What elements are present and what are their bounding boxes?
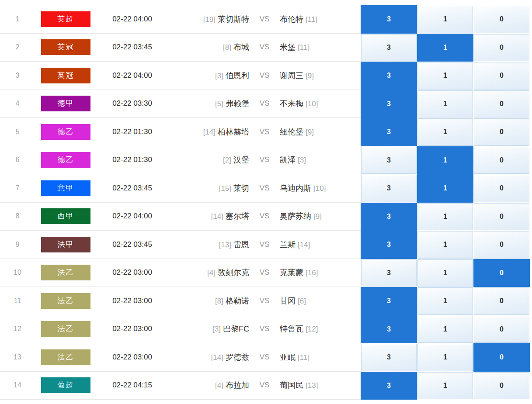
home-name: 塞尔塔 bbox=[226, 212, 249, 221]
home-team[interactable]: [3] 伯恩利 bbox=[168, 70, 249, 81]
odd-win[interactable]: 3 bbox=[361, 5, 417, 34]
away-team[interactable]: 葡国民 [13] bbox=[280, 380, 361, 390]
match-row: 3 英冠 02-22 04:00 [3] 伯恩利 VS 谢周三 [9] 3 1 … bbox=[0, 62, 530, 90]
odd-draw[interactable]: 1 bbox=[417, 5, 473, 34]
odd-lose-value: 0 bbox=[473, 259, 530, 287]
away-team[interactable]: 亚眠 [11] bbox=[280, 352, 361, 363]
odd-lose[interactable]: 0 bbox=[473, 90, 530, 118]
away-team[interactable]: 不来梅 [10] bbox=[280, 98, 361, 109]
home-team[interactable]: [14] 柏林赫塔 bbox=[168, 127, 249, 137]
home-team[interactable]: [5] 弗赖堡 bbox=[168, 98, 249, 109]
odd-draw[interactable]: 1 bbox=[417, 90, 473, 118]
home-team[interactable]: [3] 巴黎FC bbox=[168, 324, 249, 334]
odd-lose[interactable]: 0 bbox=[473, 259, 530, 287]
away-team[interactable]: 特鲁瓦 [12] bbox=[280, 324, 361, 334]
league-badge[interactable]: 意甲 bbox=[41, 180, 90, 196]
row-index: 13 bbox=[0, 353, 35, 361]
away-team[interactable]: 克莱蒙 [16] bbox=[280, 267, 361, 278]
league-badge[interactable]: 法乙 bbox=[41, 321, 90, 337]
odd-win[interactable]: 3 bbox=[361, 343, 417, 372]
away-team[interactable]: 布伦特 [11] bbox=[280, 14, 361, 24]
odd-win[interactable]: 3 bbox=[361, 372, 417, 400]
league-badge[interactable]: 英冠 bbox=[41, 39, 90, 55]
odd-lose[interactable]: 0 bbox=[473, 34, 530, 62]
odd-draw[interactable]: 1 bbox=[417, 174, 473, 203]
league-badge[interactable]: 英超 bbox=[41, 11, 90, 27]
odd-draw[interactable]: 1 bbox=[417, 315, 473, 344]
odd-draw[interactable]: 1 bbox=[417, 62, 473, 90]
home-team[interactable]: [14] 罗德兹 bbox=[168, 352, 249, 363]
odd-win[interactable]: 3 bbox=[361, 34, 417, 62]
odd-lose[interactable]: 0 bbox=[473, 5, 530, 34]
odd-win[interactable]: 3 bbox=[361, 90, 417, 118]
odd-lose[interactable]: 0 bbox=[473, 315, 530, 344]
home-team[interactable]: [4] 敦刻尔克 bbox=[168, 267, 249, 278]
league-badge[interactable]: 法甲 bbox=[41, 237, 90, 252]
odd-draw-value: 1 bbox=[417, 372, 473, 400]
odd-lose[interactable]: 0 bbox=[473, 174, 530, 203]
away-team[interactable]: 凯泽 [3] bbox=[280, 155, 361, 165]
league-badge[interactable]: 西甲 bbox=[41, 208, 90, 224]
odd-win[interactable]: 3 bbox=[361, 174, 417, 203]
odd-lose[interactable]: 0 bbox=[473, 287, 530, 315]
home-team[interactable]: [13] 雷恩 bbox=[168, 239, 249, 250]
odd-win[interactable]: 3 bbox=[361, 315, 417, 344]
odd-win[interactable]: 3 bbox=[361, 146, 417, 175]
home-team[interactable]: [8] 布城 bbox=[168, 42, 249, 52]
home-team[interactable]: [2] 汉堡 bbox=[168, 155, 249, 165]
league-badge[interactable]: 德乙 bbox=[41, 124, 90, 140]
away-team[interactable]: 兰斯 [14] bbox=[280, 239, 361, 250]
odd-lose[interactable]: 0 bbox=[473, 118, 530, 146]
odd-draw[interactable]: 1 bbox=[417, 34, 473, 62]
league-badge[interactable]: 葡超 bbox=[41, 377, 90, 393]
row-index: 12 bbox=[0, 325, 35, 333]
odd-draw[interactable]: 1 bbox=[417, 287, 473, 315]
league-badge-cell: 葡超 bbox=[35, 377, 96, 393]
odd-draw-value: 1 bbox=[417, 344, 473, 371]
home-team[interactable]: [19] 莱切斯特 bbox=[168, 14, 249, 24]
home-team[interactable]: [8] 格勒诺 bbox=[168, 296, 249, 306]
away-name: 凯泽 bbox=[280, 155, 296, 164]
away-team[interactable]: 乌迪内斯 [10] bbox=[280, 183, 361, 193]
home-rank: [4] bbox=[207, 269, 216, 277]
odd-win[interactable]: 3 bbox=[361, 231, 417, 259]
away-team[interactable]: 谢周三 [9] bbox=[280, 70, 361, 81]
odd-draw[interactable]: 1 bbox=[417, 343, 473, 372]
odd-draw[interactable]: 1 bbox=[417, 231, 473, 259]
league-badge[interactable]: 法乙 bbox=[41, 265, 90, 280]
home-team[interactable]: [4] 布拉加 bbox=[168, 380, 249, 390]
league-badge[interactable]: 法乙 bbox=[41, 293, 90, 309]
odd-lose[interactable]: 0 bbox=[473, 203, 530, 231]
away-team[interactable]: 纽伦堡 [9] bbox=[280, 127, 361, 137]
odd-draw[interactable]: 1 bbox=[417, 372, 473, 400]
league-badge[interactable]: 英冠 bbox=[41, 68, 90, 83]
odd-lose[interactable]: 0 bbox=[473, 231, 530, 259]
odd-lose[interactable]: 0 bbox=[473, 372, 530, 400]
vs-label: VS bbox=[249, 99, 280, 108]
home-team[interactable]: [14] 塞尔塔 bbox=[168, 211, 249, 221]
league-badge-cell: 法乙 bbox=[35, 349, 96, 365]
away-team[interactable]: 奥萨苏纳 [9] bbox=[280, 211, 361, 221]
league-badge[interactable]: 法乙 bbox=[41, 349, 90, 365]
odd-win[interactable]: 3 bbox=[361, 259, 417, 287]
league-badge-cell: 英超 bbox=[35, 11, 96, 27]
league-badge[interactable]: 德甲 bbox=[41, 96, 90, 111]
home-team[interactable]: [15] 莱切 bbox=[168, 183, 249, 193]
odd-draw[interactable]: 1 bbox=[417, 259, 473, 287]
odd-win[interactable]: 3 bbox=[361, 62, 417, 90]
odd-win[interactable]: 3 bbox=[361, 287, 417, 315]
odd-win[interactable]: 3 bbox=[361, 203, 417, 231]
odd-lose[interactable]: 0 bbox=[473, 343, 530, 372]
odd-win[interactable]: 3 bbox=[361, 118, 417, 146]
odd-draw[interactable]: 1 bbox=[417, 203, 473, 231]
home-name: 布拉加 bbox=[226, 381, 249, 390]
away-team[interactable]: 米堡 [11] bbox=[280, 42, 361, 52]
odd-draw[interactable]: 1 bbox=[417, 118, 473, 146]
away-rank: [3] bbox=[298, 156, 306, 164]
odd-draw[interactable]: 1 bbox=[417, 146, 473, 175]
odd-lose[interactable]: 0 bbox=[473, 62, 530, 90]
odd-lose-value: 0 bbox=[474, 147, 529, 174]
odd-lose[interactable]: 0 bbox=[473, 146, 530, 175]
away-team[interactable]: 甘冈 [6] bbox=[280, 296, 361, 306]
league-badge[interactable]: 德乙 bbox=[41, 152, 90, 168]
